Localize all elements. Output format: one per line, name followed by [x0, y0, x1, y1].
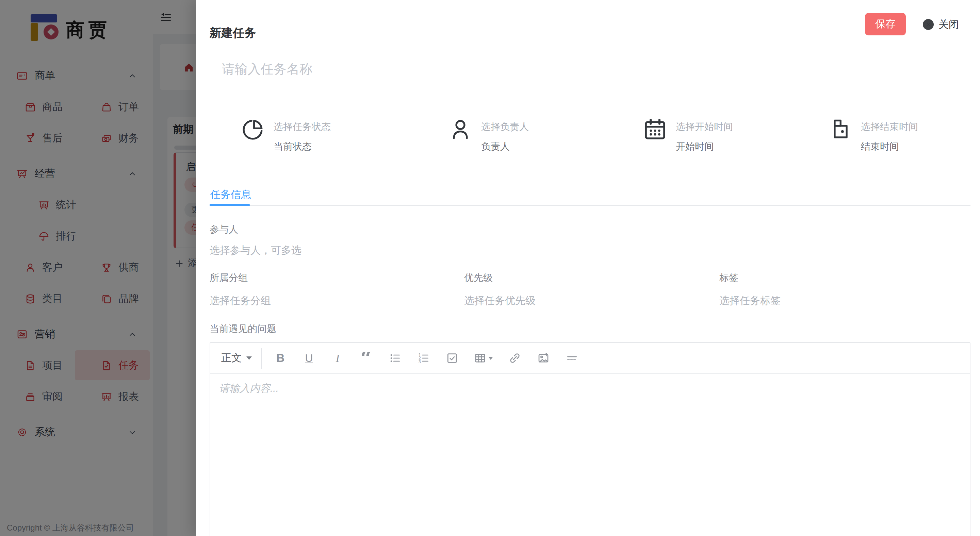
- close-button[interactable]: 关闭: [923, 16, 959, 33]
- priority-select[interactable]: 选择任务优先级: [464, 295, 536, 308]
- participants-label: 参与人: [210, 224, 238, 236]
- selector-placeholder: 选择结束时间: [861, 121, 918, 133]
- chevron-down-icon: [247, 357, 252, 360]
- selector-placeholder: 选择任务状态: [274, 121, 331, 133]
- user-icon: [448, 117, 473, 153]
- group-select[interactable]: 选择任务分组: [210, 295, 271, 308]
- underline-button[interactable]: U: [301, 352, 317, 364]
- ordered-list-button[interactable]: 123: [416, 352, 431, 365]
- toolbar-divider: [261, 348, 262, 368]
- tag-select[interactable]: 选择任务标签: [719, 295, 781, 308]
- editor-toolbar: 正文 B U I “ 123: [210, 343, 970, 374]
- chevron-down-icon: [488, 357, 493, 360]
- selector-label: 结束时间: [861, 141, 918, 153]
- selector-label: 当前状态: [274, 141, 331, 153]
- task-status-selector[interactable]: 选择任务状态当前状态: [240, 116, 331, 153]
- selector-label: 开始时间: [676, 141, 733, 153]
- selector-label: 负责人: [481, 141, 529, 153]
- rich-text-editor: 正文 B U I “ 123 请输入内容...: [210, 342, 970, 536]
- selector-placeholder: 选择开始时间: [676, 121, 733, 133]
- pie-chart-icon: [240, 117, 266, 153]
- tab-divider: [210, 205, 970, 206]
- calendar-flag-icon: [827, 117, 853, 153]
- priority-label: 优先级: [464, 272, 493, 284]
- table-button[interactable]: [473, 352, 493, 365]
- paragraph-style-label: 正文: [221, 352, 242, 365]
- start-time-selector[interactable]: 选择开始时间开始时间: [643, 116, 733, 153]
- problem-label: 当前遇见的问题: [210, 323, 276, 335]
- close-icon: [923, 19, 934, 30]
- new-task-drawer: 新建任务 保存 关闭 选择任务状态当前状态 选择负责人负责人 选择开始时间开始时…: [196, 0, 980, 536]
- italic-button[interactable]: I: [330, 352, 345, 364]
- screen: 商贾 商单 商品 订单: [0, 0, 980, 536]
- paragraph-style-dropdown[interactable]: 正文: [221, 352, 252, 365]
- tag-label: 标签: [719, 272, 738, 284]
- image-upload-button[interactable]: [536, 352, 550, 365]
- close-label: 关闭: [939, 18, 959, 31]
- link-button[interactable]: [507, 352, 522, 365]
- drawer-title: 新建任务: [210, 25, 256, 41]
- task-name-input[interactable]: [221, 56, 700, 83]
- assignee-selector[interactable]: 选择负责人负责人: [448, 116, 529, 153]
- calendar-icon: [643, 117, 668, 153]
- editor-content-area[interactable]: [210, 375, 970, 536]
- end-time-selector[interactable]: 选择结束时间结束时间: [827, 116, 918, 153]
- bullet-list-button[interactable]: [387, 352, 402, 365]
- tab-task-info[interactable]: 任务信息: [210, 189, 251, 201]
- checklist-button[interactable]: [444, 352, 460, 365]
- participants-select[interactable]: 选择参与人，可多选: [210, 244, 301, 257]
- bold-button[interactable]: B: [273, 351, 288, 365]
- blockquote-button[interactable]: “: [359, 351, 374, 365]
- app-background: 商贾 商单 商品 订单: [0, 0, 980, 536]
- save-button[interactable]: 保存: [865, 13, 906, 35]
- horizontal-rule-button[interactable]: [564, 352, 579, 365]
- group-label: 所属分组: [210, 272, 248, 284]
- tab-active-indicator: [210, 204, 250, 206]
- selector-placeholder: 选择负责人: [481, 121, 529, 133]
- svg-text:3: 3: [418, 360, 421, 364]
